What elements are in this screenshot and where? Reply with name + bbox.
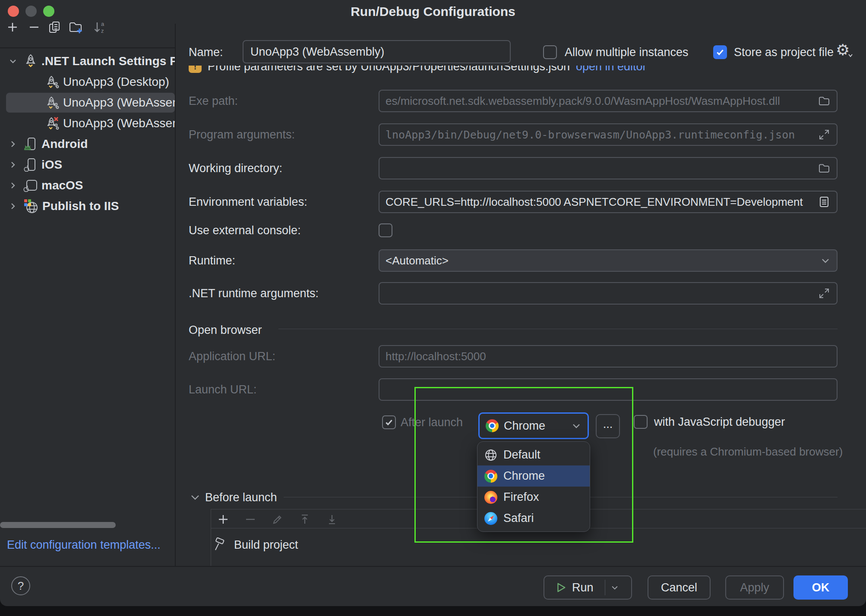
exe-path-label: Exe path: [189,94,238,108]
chevron-right-icon [9,202,17,211]
folder-icon[interactable] [818,94,831,107]
sidebar-item-unoapp3-desktop[interactable]: UnoApp3 (Desktop) [0,72,175,92]
runtime-value: <Automatic> [386,254,816,267]
run-config-error-rocket-icon [45,116,60,131]
add-configuration-button[interactable] [5,20,20,35]
svg-text:z: z [101,28,104,34]
sidebar-item-publish-to-iis[interactable]: Publish to IIS [0,196,175,217]
expand-icon[interactable] [818,128,831,141]
chevron-right-icon [9,140,17,148]
tree-item-label: macOS [41,179,83,192]
run-split-button[interactable]: Run [544,575,632,600]
runtime-select[interactable]: <Automatic> [379,249,838,272]
check-icon [384,418,394,427]
cancel-button[interactable]: Cancel [648,575,711,600]
with-js-debugger-label: with JavaScript debugger [654,415,785,429]
play-icon [555,581,567,594]
runtime-label: Runtime: [189,253,235,268]
rocket-icon [23,54,38,69]
move-task-down-button[interactable] [325,512,339,527]
ok-button[interactable]: OK [793,575,848,600]
launch-settings-warning-banner: ! Profile parameters are set by UnoApp3/… [189,66,676,80]
ios-icon [23,157,38,172]
expand-icon[interactable] [818,287,831,300]
sort-icon: az [92,20,107,35]
run-config-rocket-icon [45,75,60,89]
edit-configuration-templates-link[interactable]: Edit configuration templates... [7,538,161,552]
tree-item-label: .NET Launch Settings Profiles [41,54,175,68]
tree-item-label: UnoApp3 (WebAssembly) [63,116,175,130]
working-directory-field[interactable] [379,157,838,179]
before-launch-section-title: Before launch [205,490,277,505]
run-button-label: Run [572,581,594,594]
remove-icon [27,20,41,34]
program-arguments-label: Program arguments: [189,127,295,142]
task-panel-left-border [211,509,211,566]
store-as-project-file-label: Store as project file [734,45,834,60]
program-arguments-value: lnoApp3/bin/Debug/net9.0-browserwasm/Uno… [386,129,813,141]
dialog-title: Run/Debug Configurations [0,4,866,19]
name-input[interactable] [243,40,511,63]
sidebar-item-macos[interactable]: macOS [0,175,175,196]
use-external-console-checkbox[interactable] [379,223,392,237]
add-task-button[interactable] [216,512,231,527]
new-folder-button[interactable] [68,20,83,35]
open-browser-section-title: Open browser [189,323,262,337]
sidebar-item-unoapp3-webassembly[interactable]: UnoApp3 (WebAssembly) [0,92,175,113]
sort-configurations-button[interactable]: az [92,20,107,35]
chevron-down-icon [9,57,17,66]
list-icon[interactable] [818,195,831,208]
move-up-icon [298,513,311,526]
js-debugger-note: (requires a Chromium-based browser) [653,444,843,459]
sidebar-item-unoapp3-webassembly-invalid[interactable]: UnoApp3 (WebAssembly) [0,113,175,134]
tree-item-label: UnoApp3 (Desktop) [63,75,169,89]
with-js-debugger-checkbox[interactable] [634,415,648,429]
copy-configuration-button[interactable] [47,20,62,35]
remove-task-button[interactable] [243,512,258,527]
name-label: Name: [189,45,223,60]
sidebar-item-android[interactable]: Android [0,134,175,154]
cancel-button-label: Cancel [661,581,697,594]
move-task-up-button[interactable] [297,512,312,527]
iis-globe-icon [23,198,39,214]
tree-item-label: UnoApp3 (WebAssembly) [63,96,175,110]
chevron-down-icon [190,494,200,500]
task-label: Build project [234,537,298,552]
help-button[interactable]: ? [11,576,30,595]
allow-multiple-instances-checkbox[interactable] [543,45,557,59]
move-down-icon [326,513,338,526]
apply-button-label: Apply [740,581,769,594]
apply-button[interactable]: Apply [725,575,784,600]
net-runtime-arguments-field[interactable] [379,282,838,305]
exe-path-field: es/microsoft.net.sdk.webassembly.pack/9.… [379,90,838,112]
environment-variables-label: Environment variables: [189,195,307,209]
folder-icon[interactable] [818,162,831,175]
macos-icon [23,178,38,193]
sidebar-item-ios[interactable]: iOS [0,154,175,175]
store-settings-gear-button[interactable]: ⚙ [836,42,850,58]
svg-text:a: a [101,21,104,27]
hammer-icon [212,537,227,552]
exe-path-value: es/microsoft.net.sdk.webassembly.pack/9.… [386,94,813,108]
after-launch-checkbox[interactable] [382,415,396,429]
sidebar-divider [175,24,176,566]
annotation-highlight-box [414,387,633,543]
remove-configuration-button[interactable] [27,20,41,35]
tree-item-label: Android [41,137,88,151]
open-in-editor-link[interactable]: open in editor [576,66,647,73]
environment-variables-field[interactable]: CORE_URLS=http://localhost:5000 ASPNETCO… [379,191,838,213]
sidebar-item-net-launch-settings[interactable]: .NET Launch Settings Profiles [0,51,175,72]
sidebar-horizontal-scrollbar[interactable] [0,522,116,528]
add-icon [217,513,230,526]
use-external-console-label: Use external console: [189,223,301,238]
footer-divider [0,566,866,567]
edit-task-button[interactable] [270,512,285,527]
store-as-project-file-checkbox[interactable] [713,45,727,59]
working-directory-label: Working directory: [189,161,282,176]
android-icon [23,137,38,151]
chevron-right-icon [9,181,17,190]
copy-icon [48,20,62,34]
before-launch-task-row[interactable]: Build project [212,537,298,552]
chevron-right-icon [9,160,17,169]
run-button-divider [605,580,605,595]
